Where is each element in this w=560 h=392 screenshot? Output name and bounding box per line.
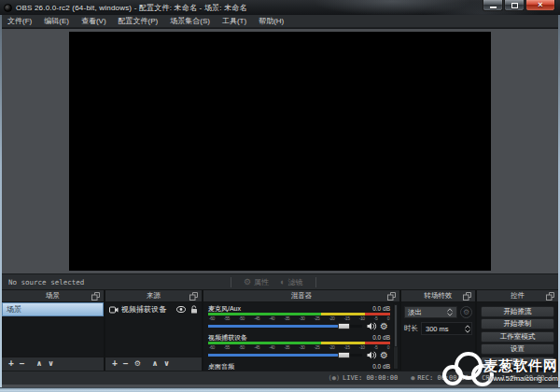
db-scale-label: -50: [239, 344, 245, 350]
transitions-body: 淡出 ⚙ 时长 300 ms: [401, 302, 475, 371]
scenes-panel-header[interactable]: 场景: [2, 290, 104, 302]
sources-panel: 来源 视频捕获设备: [105, 290, 202, 371]
duration-value: 300 ms: [422, 325, 463, 333]
settings-button[interactable]: 设置: [481, 343, 554, 355]
sources-list: 视频捕获设备: [105, 302, 202, 357]
db-scale-label: -30: [299, 344, 304, 350]
db-scale-label: -40: [269, 315, 274, 321]
start-streaming-button[interactable]: 开始推流: [481, 306, 554, 317]
db-scale-label: -10: [359, 344, 365, 350]
rec-time: REC: 00:00:00: [417, 374, 469, 382]
channel-gear-icon[interactable]: ⚙: [378, 351, 390, 360]
channel-name: 视频捕获设备: [208, 333, 247, 343]
lock-icon[interactable]: [190, 305, 198, 314]
mixer-channel-desktop: 桌面音频 0.0 dB: [208, 362, 390, 371]
move-source-down-button[interactable]: ∨: [163, 360, 170, 368]
db-scale-label: -45: [254, 315, 259, 321]
preview-canvas[interactable]: [69, 32, 491, 271]
source-action-bar: No source selected ⚙ 属性 ◐ 滤镜: [2, 273, 558, 290]
popout-icon[interactable]: [91, 292, 100, 301]
channel-level: 0.0 dB: [372, 334, 390, 341]
controls-body: 开始推流 开始录制 工作室模式 设置 退出: [477, 302, 558, 371]
mixer-panel: 混音器 麦克风/Aux 0.0 dB -60-55-50-45-40-35-30…: [203, 290, 399, 371]
channel-name: 麦克风/Aux: [208, 304, 241, 314]
maximize-button[interactable]: [504, 0, 525, 11]
popout-icon[interactable]: [189, 292, 198, 301]
controls-panel-title: 控件: [511, 291, 525, 301]
start-recording-button[interactable]: 开始录制: [481, 318, 554, 329]
db-scale-label: -15: [344, 344, 350, 350]
title-bar[interactable]: OBS 26.0.0-rc2 (64-bit, windows) - 配置文件:…: [0, 0, 560, 15]
popout-icon[interactable]: [387, 292, 396, 301]
db-scale-label: -5: [374, 344, 377, 350]
properties-button[interactable]: ⚙ 属性: [244, 277, 269, 287]
add-scene-button[interactable]: +: [8, 359, 14, 369]
channel-level: 0.0 dB: [372, 305, 390, 312]
db-scale-label: -20: [329, 315, 335, 321]
db-scale-label: -40: [269, 344, 274, 350]
volume-slider[interactable]: [208, 322, 362, 331]
remove-scene-button[interactable]: −: [20, 359, 25, 369]
source-name: 视频捕获设备: [121, 304, 176, 315]
filters-button[interactable]: ◐ 滤镜: [280, 277, 302, 287]
db-scale-label: -60: [209, 315, 215, 321]
combo-arrows-icon: [445, 308, 454, 316]
obs-app-icon: [4, 4, 12, 12]
menu-view[interactable]: 查看(V): [81, 16, 106, 26]
close-button[interactable]: ×: [525, 0, 555, 11]
sources-panel-header[interactable]: 来源: [105, 290, 202, 302]
mixer-channel-capture: 视频捕获设备 0.0 dB -60-55-50-45-40-35-30-25-2…: [208, 333, 390, 360]
speaker-icon[interactable]: [366, 351, 378, 359]
db-scale-label: -35: [284, 344, 289, 350]
move-source-up-button[interactable]: ∧: [152, 360, 159, 368]
maximize-icon: [511, 3, 518, 8]
speaker-icon[interactable]: [366, 322, 378, 330]
remove-source-button[interactable]: −: [123, 359, 129, 369]
menu-profile[interactable]: 配置文件(P): [119, 16, 159, 26]
source-properties-gear-icon[interactable]: ⚙: [134, 360, 141, 368]
channel-gear-icon[interactable]: ⚙: [378, 322, 390, 331]
transitions-panel: 转场特效 淡出 ⚙: [401, 290, 475, 371]
volume-slider-handle[interactable]: [338, 352, 350, 358]
mixer-body: 麦克风/Aux 0.0 dB -60-55-50-45-40-35-30-25-…: [203, 302, 399, 371]
duration-spinbox[interactable]: 300 ms: [421, 322, 472, 335]
visibility-eye-icon[interactable]: [176, 306, 186, 313]
mixer-panel-title: 混音器: [291, 291, 313, 301]
db-scale-label: -35: [284, 315, 289, 321]
channel-level: 0.0 dB: [372, 363, 390, 370]
menu-tools[interactable]: 工具(T): [222, 16, 246, 26]
volume-slider-handle[interactable]: [338, 323, 350, 329]
spinbox-arrows-icon[interactable]: [463, 325, 471, 333]
sources-toolbar: + − ⚙ ∧ ∨: [105, 357, 202, 371]
menu-file[interactable]: 文件(F): [7, 16, 32, 26]
move-scene-up-button[interactable]: ∧: [36, 360, 43, 368]
studio-mode-button[interactable]: 工作室模式: [481, 331, 554, 343]
source-list-item[interactable]: 视频捕获设备: [105, 302, 202, 316]
scene-list-item-selected[interactable]: 场景: [2, 302, 104, 316]
menu-help[interactable]: 帮助(H): [259, 16, 284, 26]
transition-select[interactable]: 淡出: [404, 306, 457, 318]
db-scale-label: -55: [224, 315, 230, 321]
volume-slider[interactable]: [208, 351, 362, 360]
filter-icon: ◐: [280, 278, 285, 287]
add-source-button[interactable]: +: [112, 359, 118, 369]
db-scale-label: -60: [209, 344, 215, 350]
mixer-scrollbar[interactable]: [393, 303, 399, 370]
exit-button[interactable]: 退出: [481, 357, 554, 368]
menu-scene-collection[interactable]: 场景集合(S): [170, 16, 210, 26]
live-broadcast-icon: (●): [328, 374, 340, 382]
transitions-panel-header[interactable]: 转场特效: [401, 290, 475, 302]
menu-edit[interactable]: 编辑(E): [44, 16, 69, 26]
gear-icon: ⚙: [463, 308, 469, 316]
mixer-panel-header[interactable]: 混音器: [203, 290, 399, 302]
channel-name: 桌面音频: [208, 362, 234, 371]
source-selection-status: No source selected: [2, 278, 84, 287]
move-scene-down-button[interactable]: ∨: [48, 360, 54, 368]
popout-icon[interactable]: [463, 292, 471, 301]
mixer-scrollbar-thumb[interactable]: [394, 304, 398, 347]
minimize-button[interactable]: [483, 0, 503, 11]
controls-panel-header[interactable]: 控件: [477, 290, 558, 302]
transition-properties-button[interactable]: ⚙: [460, 306, 472, 318]
cpu-stats: CPU: 1.4%, 30.00 /: [482, 374, 553, 382]
popout-icon[interactable]: [546, 292, 554, 301]
